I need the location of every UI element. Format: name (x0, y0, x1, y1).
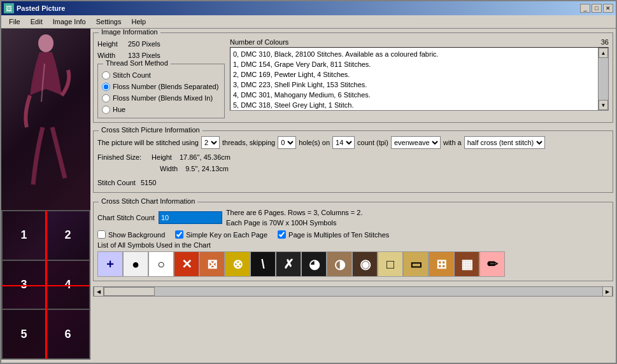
pages-info-line1: There are 6 Pages. Rows = 3, Columns = 2… (226, 207, 363, 218)
scroll-track[interactable] (104, 287, 602, 296)
simple-key-item: Simple Key on Each Page (175, 230, 267, 239)
menu-settings[interactable]: Settings (91, 17, 127, 27)
main-content: 1 2 3 4 5 6 Image Information Height 250… (1, 29, 616, 363)
symbol-cell[interactable]: \ (250, 251, 276, 277)
symbol-cell[interactable]: + (97, 251, 123, 277)
holes-on-label: hole(s) on (299, 139, 330, 146)
symbol-cell[interactable]: ▦ (454, 251, 479, 277)
list-item: 1, DMC 154, Grape Very Dark, 811 Stitche… (232, 59, 597, 69)
grid-cell-5: 5 (2, 309, 46, 359)
finished-size-header: Finished Size: Height 17.86'', 45.36cm (97, 151, 609, 163)
menu-edit[interactable]: Edit (25, 17, 48, 27)
cross-stitch-chart-title: Cross Stitch Chart Information (99, 197, 197, 205)
thread-sort-box: Thread Sort Method Stitch Count Floss Nu… (97, 64, 225, 118)
radio-stitch-count: Stitch Count (102, 69, 220, 81)
scroll-thumb[interactable] (104, 287, 155, 296)
show-background-item: Show Background (97, 230, 165, 239)
finished-height-value: 17.86'', 45.36cm (180, 151, 230, 163)
radio-hue-label: Hue (113, 104, 125, 115)
red-line-vertical (46, 211, 47, 359)
simple-key-checkbox[interactable] (175, 230, 183, 239)
chart-stitch-count-row: Chart Stitch Count There are 6 Pages. Ro… (97, 207, 609, 228)
pages-info-line2: Each Page is 70W x 100H Symbols (226, 218, 363, 228)
show-background-checkbox[interactable] (97, 230, 106, 239)
colors-scroll-down[interactable]: ▼ (599, 100, 608, 110)
svg-point-0 (38, 34, 53, 52)
multiples-checkbox[interactable] (278, 230, 286, 239)
grid-preview: 1 2 3 4 5 6 (1, 210, 90, 360)
scroll-right-arrow[interactable]: ▶ (602, 286, 613, 297)
list-item: 3, DMC 223, Shell Pink Light, 153 Stitch… (232, 80, 597, 90)
grid-cell-1: 1 (2, 211, 46, 260)
chart-pages-info: There are 6 Pages. Rows = 3, Columns = 2… (226, 207, 363, 228)
stitch-type-select[interactable]: half cross (tent stitch) (464, 136, 545, 149)
list-item: 0, DMC 310, Black, 28100 Stitches. Avail… (232, 49, 597, 59)
symbols-row: +●○✕⊠⊗\✗◕◑◉□▭⊞▦✏ (97, 251, 609, 277)
symbol-cell[interactable]: ● (123, 251, 148, 277)
list-item: 4, DMC 301, Mahogany Medium, 6 Stitches. (232, 90, 597, 100)
symbol-cell[interactable]: ◑ (327, 251, 352, 277)
image-information-group: Image Information Height 250 Pixels Widt… (93, 32, 613, 123)
main-window: 🖼 Pasted Picture _ □ ✕ File Edit Image I… (0, 0, 617, 364)
menu-help[interactable]: Help (126, 17, 151, 27)
radio-floss-separated: Floss Number (Blends Separated) (102, 81, 220, 92)
radio-hue-input[interactable] (102, 106, 110, 114)
stitch-count-label: Stitch Count (97, 177, 136, 188)
finished-width-label: Width (160, 163, 178, 174)
figure-preview (1, 29, 90, 210)
finished-size-area: Finished Size: Height 17.86'', 45.36cm W… (97, 151, 609, 174)
colors-label: Number of Colours (230, 38, 288, 46)
finished-width-value: 9.5'', 24.13cm (185, 163, 229, 174)
minimize-button[interactable]: _ (580, 4, 590, 13)
chart-stitch-count-input[interactable] (159, 211, 222, 224)
window-icon: 🖼 (4, 3, 14, 13)
colors-scroll-up[interactable]: ▲ (599, 48, 608, 58)
colors-vscroll: ▲ ▼ (598, 48, 608, 110)
cross-stitch-picture-group: Cross Stitch Picture Information The pic… (93, 130, 613, 193)
stitch-params-row: The picture will be stitched using 2 thr… (97, 136, 609, 149)
symbol-cell[interactable]: ✗ (276, 251, 301, 277)
figure-silhouette (1, 29, 90, 210)
height-row: Height 250 Pixels (97, 38, 225, 50)
holes-select[interactable]: 0 (278, 136, 296, 149)
image-info-title: Image Information (99, 29, 160, 36)
cross-stitch-picture-title: Cross Stitch Picture Information (99, 126, 202, 134)
symbol-cell[interactable]: ⊞ (429, 251, 454, 277)
list-item: 2, DMC 169, Pewter Light, 4 Stitches. (232, 69, 597, 80)
symbol-cell[interactable]: ✕ (174, 251, 199, 277)
image-info-section: Height 250 Pixels Width 133 Pixels Threa… (97, 38, 609, 118)
symbol-cell[interactable]: ◉ (352, 251, 378, 277)
grid-cell-2: 2 (46, 211, 90, 260)
symbol-cell[interactable]: ✏ (479, 251, 505, 277)
symbol-cell[interactable]: □ (378, 251, 403, 277)
figure-svg (17, 32, 74, 197)
radio-floss-mixed: Floss Number (Blends Mixed In) (102, 92, 220, 104)
menu-bar: File Edit Image Info Settings Help (1, 15, 616, 29)
show-background-label: Show Background (108, 231, 165, 239)
right-panel: Image Information Height 250 Pixels Widt… (90, 29, 616, 363)
bottom-scrollbar: ◀ ▶ (93, 286, 613, 297)
radio-floss-separated-input[interactable] (102, 83, 110, 91)
symbol-cell[interactable]: ⊠ (199, 251, 225, 277)
symbol-cell[interactable]: ◕ (301, 251, 327, 277)
symbol-cell[interactable]: ⊗ (225, 251, 250, 277)
symbol-cell[interactable]: ▭ (403, 251, 429, 277)
scroll-left-arrow[interactable]: ◀ (94, 286, 104, 297)
threads-select[interactable]: 2 (201, 136, 220, 149)
fabric-select[interactable]: evenweave (391, 136, 441, 149)
radio-floss-mixed-input[interactable] (102, 94, 110, 102)
stitch-count-value: 5150 (141, 177, 156, 188)
symbol-cell[interactable]: ○ (148, 251, 174, 277)
menu-file[interactable]: File (4, 17, 25, 27)
checkboxes-row: Show Background Simple Key on Each Page … (97, 230, 609, 239)
radio-stitch-count-input[interactable] (102, 71, 110, 80)
stitch-label: The picture will be stitched using (97, 139, 199, 146)
colors-section: Number of Colours 36 0, DMC 310, Black, … (230, 38, 609, 118)
close-button[interactable]: ✕ (603, 4, 613, 13)
multiples-label: Page is Multiples of Ten Stitches (288, 231, 389, 239)
colors-listbox-inner: 0, DMC 310, Black, 28100 Stitches. Avail… (230, 48, 598, 110)
radio-hue: Hue (102, 104, 220, 115)
menu-image-info[interactable]: Image Info (48, 17, 91, 27)
maximize-button[interactable]: □ (592, 4, 602, 13)
count-select[interactable]: 14 (332, 136, 355, 149)
